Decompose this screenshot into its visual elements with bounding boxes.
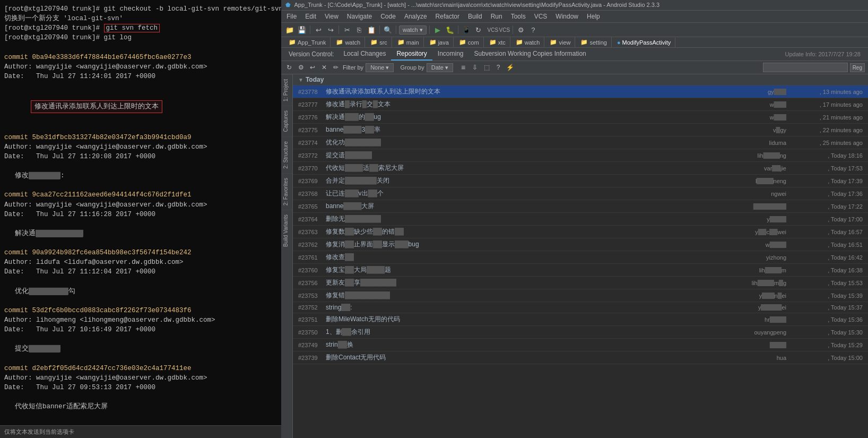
vc-tb-icon-3[interactable]: ⬚: [482, 63, 491, 72]
toolbar-vcs-icon-1[interactable]: VCS: [488, 24, 498, 35]
toolbar-device-icon[interactable]: 📱: [461, 24, 472, 35]
vc-settings-icon[interactable]: ⚙: [296, 63, 306, 72]
nav-app-trunk[interactable]: 📁 App_Trunk: [284, 37, 331, 47]
filter-dropdown[interactable]: None ▾: [366, 63, 394, 72]
vc-tb-icon-4[interactable]: ?: [493, 63, 503, 72]
toolbar-copy-icon[interactable]: ⎘: [354, 24, 364, 35]
toolbar-settings-icon[interactable]: ⚙: [516, 24, 526, 35]
commit-row-23775[interactable]: #23775 banne████3██率 v█gy , 22 minutes a…: [293, 124, 868, 136]
commit-row-23752[interactable]: #23752 string██: y█████ei , Today 15:37: [293, 302, 868, 313]
vc-close-icon[interactable]: ✕: [319, 63, 329, 72]
menu-bar[interactable]: File Edit View Navigate Code Analyze Ref…: [281, 11, 868, 23]
vc-edit-icon[interactable]: ✏: [331, 63, 341, 72]
app-icon: ⬟: [285, 2, 291, 8]
vc-tb-icon-1[interactable]: ≡: [458, 63, 468, 72]
menu-file[interactable]: File: [283, 12, 300, 21]
nav-watch[interactable]: 📁 watch: [332, 37, 365, 47]
commit-row-23777[interactable]: #23777 修改通█录行█交█文本 w███ , 17 minutes ago: [293, 98, 868, 111]
commit-row-23764[interactable]: #23764 删除无████████ y████ , Today 17:00: [293, 213, 868, 226]
filter-label: Filter by: [343, 64, 363, 71]
commit-id-23760: #23760: [298, 267, 326, 273]
menu-code[interactable]: Code: [377, 12, 399, 21]
commit-id-23752: #23752: [298, 304, 326, 311]
search-input[interactable]: [763, 63, 848, 72]
nav-java[interactable]: 📁 java: [425, 37, 454, 47]
toolbar-search-icon[interactable]: 🔍: [383, 24, 393, 35]
toolbar-sync-icon[interactable]: ↻: [473, 24, 484, 35]
commit-id-23764: #23764: [298, 216, 326, 222]
nav-modify-pass[interactable]: ● ModifyPassActivity: [613, 38, 675, 47]
menu-edit[interactable]: Edit: [302, 12, 319, 21]
vc-tb-icon-5[interactable]: ⚡: [505, 63, 515, 72]
vc-tb-icon-2[interactable]: ⇩: [470, 63, 480, 72]
menu-refactor[interactable]: Refactor: [432, 12, 463, 21]
watch-dropdown[interactable]: watch ▾: [399, 25, 427, 35]
nav-main[interactable]: 📁 main: [393, 37, 424, 47]
terminal-blank-1: [4, 43, 277, 53]
tab-repository[interactable]: Repository: [391, 48, 432, 61]
toolbar-run-icon[interactable]: ▶: [432, 24, 443, 35]
side-tab-project[interactable]: 1: Project: [281, 74, 292, 106]
commit-row-23778[interactable]: #23778 修改通讯录添加联系人到达上限时的文本 gy███ , 13 min…: [293, 85, 868, 98]
commits-panel[interactable]: ▼ Today #23778 修改通讯录添加联系人到达上限时的文本 gy███ …: [293, 74, 868, 438]
commit-row-23761[interactable]: #23761 修改查██ yizhong , Today 16:42: [293, 251, 868, 264]
toolbar-undo-icon[interactable]: ↩: [313, 24, 324, 35]
commit-row-23760[interactable]: #23760 修复宝██大局████题 lih████m , Today 16:…: [293, 264, 868, 277]
toolbar-cut-icon[interactable]: ✂: [342, 24, 352, 35]
commit-row-23749[interactable]: #23749 strin██换 ████ , Today 15:29: [293, 339, 868, 351]
toolbar-sep-1: [310, 25, 310, 34]
toolbar-sep-7: [513, 25, 513, 34]
vc-undo-icon[interactable]: ↩: [308, 63, 317, 72]
side-tab-build-variants[interactable]: Build Variants: [281, 210, 292, 251]
commit-row-23772[interactable]: #23772 提交遗██████ lih████ng , Today 18:16: [293, 149, 868, 162]
toolbar-redo-icon[interactable]: ↪: [325, 24, 336, 35]
menu-run[interactable]: Run: [488, 12, 506, 21]
commit-row-23769[interactable]: #23769 合并定███████关闭 l████neng , Today 17…: [293, 175, 868, 187]
side-tab-structure[interactable]: 2: Structure: [281, 136, 292, 173]
toolbar-paste-icon[interactable]: 📋: [366, 24, 377, 35]
nav-src[interactable]: 📁 src: [366, 37, 392, 47]
nav-com[interactable]: 📁 com: [455, 37, 484, 47]
nav-xtc[interactable]: 📁 xtc: [485, 37, 510, 47]
commit-row-23776[interactable]: #23776 解决通███的██ug w███ , 21 minutes ago: [293, 111, 868, 124]
commit-row-23739[interactable]: #23739 删除Contact无用代码 hua , Today 15:00: [293, 351, 868, 364]
menu-view[interactable]: View: [322, 12, 342, 21]
side-tab-favorites[interactable]: 2: Favorites: [281, 173, 292, 210]
menu-window[interactable]: Window: [552, 12, 581, 21]
toolbar-help-icon[interactable]: ?: [528, 24, 539, 35]
toolbar-debug-icon[interactable]: 🐛: [445, 24, 455, 35]
commit-row-23756[interactable]: #23756 更新友██享████████ lih████m█g , Today…: [293, 277, 868, 289]
group-dropdown[interactable]: Date ▾: [427, 63, 453, 72]
nav-watch2[interactable]: 📁 watch: [511, 37, 545, 47]
commit-row-23751[interactable]: #23751 删除MileWatch无用的代码 hr████ , Today 1…: [293, 313, 868, 326]
terminal-date-1: Date: Thu Jul 27 11:24:01 2017 +0000: [4, 72, 277, 81]
side-tab-captures[interactable]: Captures: [281, 106, 292, 136]
menu-tools[interactable]: Tools: [508, 12, 529, 21]
commit-row-23750[interactable]: #23750 1、删██余引用 ouyangpeng , Today 15:30: [293, 326, 868, 339]
toolbar-save-icon[interactable]: 💾: [297, 24, 307, 35]
commit-row-23763[interactable]: #23763 修复数██缺少些██的错██ y██c██wei , Today …: [293, 226, 868, 238]
nav-view[interactable]: 📁 view: [545, 37, 575, 47]
menu-build[interactable]: Build: [465, 12, 485, 21]
commit-row-23770[interactable]: #23770 代收短████适██索尼大屏 var██jie , Today 1…: [293, 162, 868, 175]
toolbar-folder-icon[interactable]: 📁: [284, 24, 295, 35]
tab-subversion[interactable]: Subversion Working Copies Information: [469, 48, 592, 61]
tab-incoming[interactable]: Incoming: [432, 48, 469, 61]
menu-vcs[interactable]: VCS: [531, 12, 551, 21]
toolbar-vcs-icon-2[interactable]: VCS: [499, 24, 510, 35]
regex-button[interactable]: Reg: [850, 63, 865, 72]
menu-analyze[interactable]: Analyze: [401, 12, 430, 21]
menu-navigate[interactable]: Navigate: [344, 12, 375, 21]
vc-refresh-icon[interactable]: ↻: [284, 63, 294, 72]
nav-setting[interactable]: 📁 setting: [576, 37, 611, 47]
commit-time-23739: , Today 15:00: [788, 355, 863, 361]
commit-id-23778: #23778: [298, 89, 326, 95]
commit-time-23768: , Today 17:36: [788, 191, 863, 197]
commit-row-23762[interactable]: #23762 修复消██止界面██显示███bug w████ , Today …: [293, 238, 868, 251]
menu-help[interactable]: Help: [584, 12, 603, 21]
commit-row-23774[interactable]: #23774 优化功████████ liduma , 25 minutes a…: [293, 136, 868, 149]
commit-row-23768[interactable]: #23768 让已连███v出██个 ngwei , Today 17:36: [293, 187, 868, 200]
tab-local-changes[interactable]: Local Changes: [338, 48, 391, 61]
commit-row-23753[interactable]: #23753 修复错██████████ y███n█ei , Today 15…: [293, 289, 868, 302]
commit-row-23765[interactable]: #23765 banne████大屏 ████████ , Today 17:2…: [293, 200, 868, 213]
